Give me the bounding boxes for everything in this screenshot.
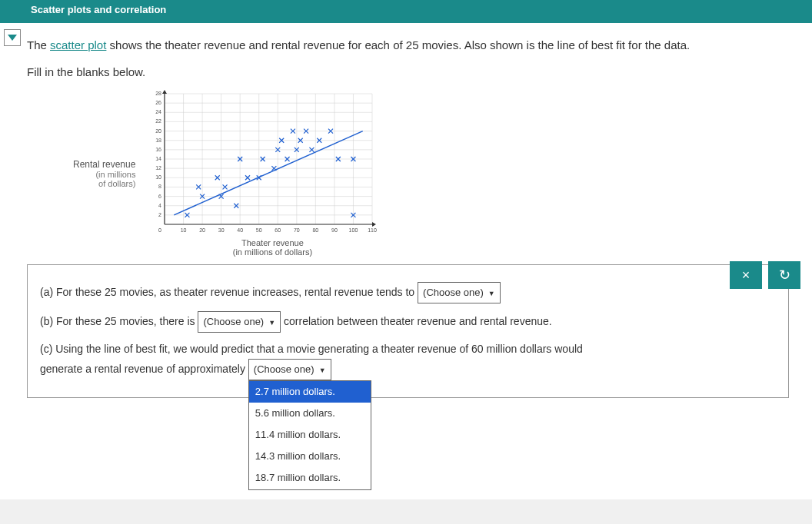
dropdown-c-menu: 2.7 million dollars.5.6 million dollars.… [248, 380, 371, 489]
svg-text:90: 90 [331, 227, 338, 233]
svg-text:6: 6 [158, 194, 161, 199]
svg-marker-29 [162, 90, 167, 94]
close-button[interactable]: × [730, 261, 762, 289]
dropdown-c-option[interactable]: 5.6 million dollars. [249, 403, 371, 424]
svg-text:18: 18 [156, 138, 162, 143]
svg-text:20: 20 [156, 128, 162, 134]
svg-text:10: 10 [156, 174, 162, 180]
reset-button[interactable]: ↻ [768, 261, 800, 289]
svg-text:0: 0 [158, 227, 161, 233]
chart-container: Rental revenue (in millions of dollars) … [73, 90, 789, 257]
question-b: (b) For these 25 movies, there is (Choos… [40, 311, 776, 333]
scatter-plot-link[interactable]: scatter plot [50, 38, 106, 51]
dropdown-c-option[interactable]: 14.3 million dollars. [249, 446, 371, 467]
x-axis-label: Theater revenue (in millions of dollars) [165, 238, 380, 257]
svg-text:20: 20 [200, 227, 206, 233]
y-axis-label: Rental revenue (in millions of dollars) [73, 159, 135, 188]
expand-toggle[interactable] [4, 29, 21, 46]
questions-box: (a) For these 25 movies, as theater reve… [27, 264, 789, 398]
dropdown-c[interactable]: (Choose one) [248, 359, 331, 380]
intro-suffix: shows the theater revenue and rental rev… [106, 38, 690, 51]
svg-marker-30 [372, 222, 376, 227]
svg-text:50: 50 [256, 227, 262, 233]
dropdown-b[interactable]: (Choose one) [198, 311, 281, 333]
svg-text:80: 80 [313, 227, 319, 233]
svg-text:4: 4 [158, 203, 161, 208]
dropdown-c-option[interactable]: 2.7 million dollars. [249, 381, 371, 403]
svg-text:14: 14 [156, 156, 162, 161]
svg-text:30: 30 [218, 227, 225, 233]
chevron-down-icon [8, 35, 17, 41]
svg-text:70: 70 [294, 227, 300, 233]
svg-text:16: 16 [156, 147, 162, 152]
svg-text:26: 26 [156, 100, 162, 105]
svg-text:24: 24 [156, 109, 162, 114]
svg-text:28: 28 [156, 91, 162, 96]
svg-text:60: 60 [275, 227, 281, 233]
intro-prefix: The [27, 38, 50, 51]
svg-text:12: 12 [156, 165, 162, 171]
svg-text:100: 100 [349, 227, 358, 233]
dropdown-c-option[interactable]: 11.4 million dollars. [249, 424, 371, 446]
svg-text:110: 110 [368, 227, 378, 233]
svg-text:8: 8 [158, 184, 161, 189]
page-title: Scatter plots and correlation [0, 0, 812, 19]
question-c: (c) Using the line of best fit, we would… [40, 340, 776, 380]
scatter-chart: 1020304050607080901001102468101214161820… [141, 90, 380, 236]
svg-text:2: 2 [158, 212, 161, 217]
svg-text:22: 22 [156, 118, 162, 124]
instruction: Fill in the blanks below. [27, 61, 789, 82]
problem-intro: The scatter plot shows the theater reven… [27, 35, 789, 55]
question-a: (a) For these 25 movies, as theater reve… [40, 282, 776, 303]
svg-text:40: 40 [238, 227, 244, 233]
dropdown-a[interactable]: (Choose one) [418, 282, 501, 303]
svg-text:10: 10 [181, 227, 187, 233]
dropdown-c-option[interactable]: 18.7 million dollars. [249, 467, 371, 489]
